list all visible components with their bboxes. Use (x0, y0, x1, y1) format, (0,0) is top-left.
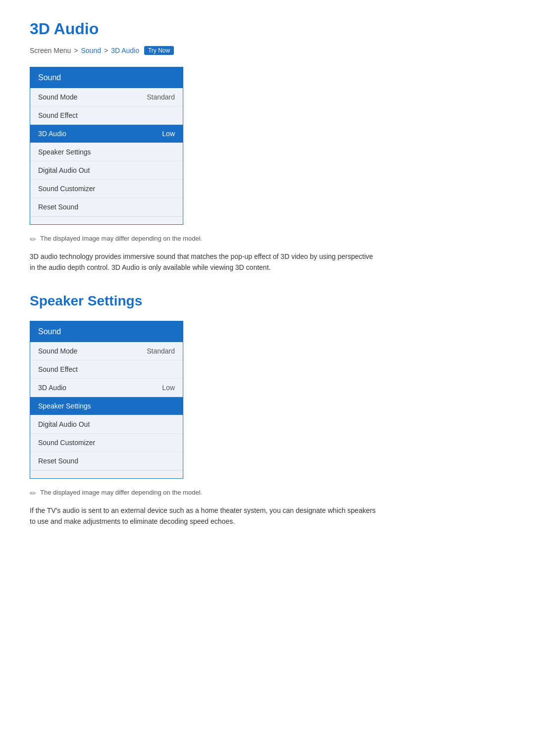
note-text-1: The displayed image may differ depending… (40, 235, 202, 242)
note-text-2: The displayed image may differ depending… (40, 489, 202, 496)
menu-item-reset-sound-2[interactable]: Reset Sound (30, 452, 183, 470)
menu-item-label: Sound Customizer (38, 185, 95, 193)
menu-spacer (30, 216, 183, 224)
page-title: 3D Audio (30, 20, 505, 38)
menu-spacer-2 (30, 470, 183, 478)
menu-item-sound-effect[interactable]: Sound Effect (30, 106, 183, 125)
menu-item-reset-sound[interactable]: Reset Sound (30, 198, 183, 216)
menu-item-label: Sound Customizer (38, 439, 95, 447)
menu-item-label: Sound Effect (38, 365, 78, 373)
description-2: If the TV's audio is sent to an external… (30, 505, 376, 527)
breadcrumb-screen-menu: Screen Menu (30, 47, 71, 54)
breadcrumb-3d-audio[interactable]: 3D Audio (111, 47, 139, 54)
breadcrumb-sep-1: > (74, 47, 78, 54)
menu-item-sound-mode-2[interactable]: Sound Mode Standard (30, 342, 183, 360)
menu-item-label: Sound Mode (38, 347, 77, 355)
menu-item-3d-audio[interactable]: 3D Audio Low (30, 125, 183, 143)
breadcrumb-sound[interactable]: Sound (81, 47, 101, 54)
menu-panel-1: Sound Sound Mode Standard Sound Effect 3… (30, 67, 183, 225)
note-1: ✏ The displayed image may differ dependi… (30, 235, 505, 244)
menu-item-label: 3D Audio (38, 384, 66, 392)
menu-item-speaker-settings-2[interactable]: Speaker Settings (30, 397, 183, 415)
menu-item-label: 3D Audio (38, 130, 66, 138)
menu-item-label: Reset Sound (38, 203, 78, 211)
menu-item-digital-audio-out[interactable]: Digital Audio Out (30, 161, 183, 180)
menu-item-value: Low (162, 130, 175, 138)
menu-item-label: Speaker Settings (38, 402, 91, 410)
menu-panel-2: Sound Sound Mode Standard Sound Effect 3… (30, 321, 183, 479)
menu-item-3d-audio-2[interactable]: 3D Audio Low (30, 379, 183, 397)
menu-item-speaker-settings[interactable]: Speaker Settings (30, 143, 183, 161)
menu-item-sound-mode[interactable]: Sound Mode Standard (30, 88, 183, 106)
pencil-icon-2: ✏ (30, 489, 36, 498)
menu-item-sound-customizer[interactable]: Sound Customizer (30, 180, 183, 198)
try-now-badge[interactable]: Try Now (144, 46, 174, 55)
menu-header-1: Sound (30, 67, 183, 88)
menu-item-label: Digital Audio Out (38, 166, 90, 174)
menu-item-value: Standard (147, 93, 175, 101)
menu-item-label: Speaker Settings (38, 148, 91, 156)
menu-item-sound-customizer-2[interactable]: Sound Customizer (30, 434, 183, 452)
pencil-icon: ✏ (30, 235, 36, 244)
section-2-title: Speaker Settings (30, 293, 505, 309)
menu-item-sound-effect-2[interactable]: Sound Effect (30, 360, 183, 379)
breadcrumb: Screen Menu > Sound > 3D Audio Try Now (30, 46, 505, 55)
menu-header-2: Sound (30, 321, 183, 342)
menu-item-label: Sound Mode (38, 93, 77, 101)
menu-item-label: Reset Sound (38, 457, 78, 465)
note-2: ✏ The displayed image may differ dependi… (30, 489, 505, 498)
breadcrumb-sep-2: > (104, 47, 108, 54)
menu-item-label: Digital Audio Out (38, 420, 90, 428)
menu-item-digital-audio-out-2[interactable]: Digital Audio Out (30, 415, 183, 434)
menu-item-label: Sound Effect (38, 111, 78, 119)
menu-item-value: Low (162, 384, 175, 392)
menu-item-value: Standard (147, 347, 175, 355)
description-1: 3D audio technology provides immersive s… (30, 251, 376, 273)
